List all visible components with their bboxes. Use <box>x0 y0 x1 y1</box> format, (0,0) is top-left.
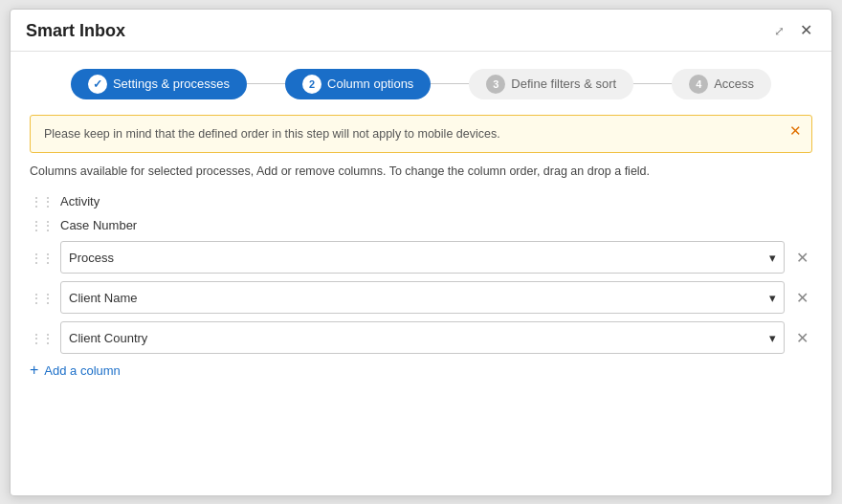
remove-process-button[interactable]: ✕ <box>792 247 812 269</box>
step-2-circle: 2 <box>302 75 321 94</box>
alert-close-button[interactable]: ✕ <box>789 123 802 138</box>
client-country-dropdown-value: Client Country <box>69 331 147 345</box>
columns-description: Columns available for selected processes… <box>30 164 812 178</box>
connector-1-2 <box>247 83 285 84</box>
column-label-activity: Activity <box>60 194 100 208</box>
connector-2-3 <box>431 83 469 84</box>
step-2[interactable]: 2 Column options <box>285 69 431 99</box>
process-dropdown-arrow: ▾ <box>769 251 776 265</box>
step-3-circle: 3 <box>486 75 505 94</box>
connector-3-4 <box>633 83 672 84</box>
stepper: ✓ Settings & processes 2 Column options … <box>30 52 812 115</box>
step-4-circle: 4 <box>689 75 708 94</box>
modal-body: ✓ Settings & processes 2 Column options … <box>11 52 831 495</box>
alert-message: Please keep in mind that the defined ord… <box>44 127 500 141</box>
step-1[interactable]: ✓ Settings & processes <box>71 69 247 99</box>
modal-title: Smart Inbox <box>26 21 125 41</box>
close-button[interactable]: ✕ <box>796 21 816 40</box>
drag-handle-client-country[interactable] <box>30 330 53 346</box>
column-list: Activity Case Number Process ▾ ✕ C <box>30 193 812 354</box>
step-4-label: Access <box>714 77 754 91</box>
process-dropdown[interactable]: Process ▾ <box>60 241 785 274</box>
step-4[interactable]: 4 Access <box>672 69 771 99</box>
header-icons: ⤢ ✕ <box>770 21 816 40</box>
column-row-client-country: Client Country ▾ ✕ <box>30 321 812 354</box>
client-country-dropdown-arrow: ▾ <box>769 331 776 345</box>
remove-client-country-button[interactable]: ✕ <box>792 327 812 349</box>
column-row-process: Process ▾ ✕ <box>30 241 812 274</box>
resize-button[interactable]: ⤢ <box>770 23 788 39</box>
process-dropdown-value: Process <box>69 251 114 265</box>
add-column-icon: + <box>30 362 38 379</box>
modal-header: Smart Inbox ⤢ ✕ <box>11 10 831 52</box>
client-name-dropdown[interactable]: Client Name ▾ <box>60 281 785 314</box>
close-icon: ✕ <box>800 23 812 38</box>
resize-icon: ⤢ <box>774 25 785 37</box>
drag-handle-process[interactable] <box>30 250 53 266</box>
remove-client-name-button[interactable]: ✕ <box>792 287 812 309</box>
step-3-label: Define filters & sort <box>511 77 616 91</box>
column-row-client-name: Client Name ▾ ✕ <box>30 281 812 314</box>
smart-inbox-modal: Smart Inbox ⤢ ✕ ✓ Settings & processes 2 <box>10 9 832 496</box>
client-name-dropdown-value: Client Name <box>69 291 138 305</box>
column-row-activity: Activity <box>30 193 812 209</box>
step-2-label: Column options <box>327 77 413 91</box>
drag-handle-client-name[interactable] <box>30 290 53 306</box>
step-1-label: Settings & processes <box>113 77 230 91</box>
column-row-case-number: Case Number <box>30 217 812 233</box>
client-country-dropdown[interactable]: Client Country ▾ <box>60 321 785 354</box>
add-column-label: Add a column <box>44 363 121 378</box>
column-label-case-number: Case Number <box>60 218 137 232</box>
client-name-dropdown-arrow: ▾ <box>769 291 776 305</box>
add-column-row[interactable]: + Add a column <box>30 362 812 379</box>
drag-handle-activity[interactable] <box>30 193 53 209</box>
step-1-circle: ✓ <box>88 75 107 94</box>
alert-close-icon: ✕ <box>789 122 802 139</box>
step-3[interactable]: 3 Define filters & sort <box>469 69 633 99</box>
alert-box: Please keep in mind that the defined ord… <box>30 115 812 154</box>
drag-handle-case-number[interactable] <box>30 217 53 233</box>
